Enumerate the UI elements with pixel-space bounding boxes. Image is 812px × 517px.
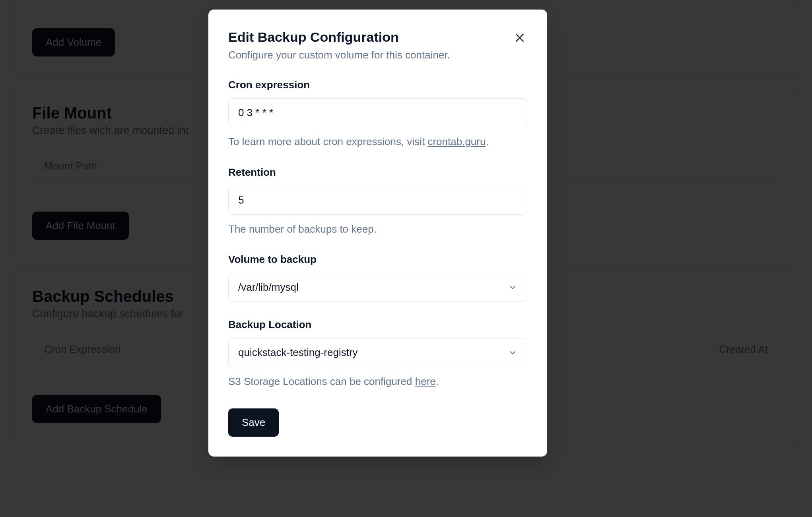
crontab-guru-link[interactable]: crontab.guru bbox=[427, 136, 486, 148]
close-icon[interactable] bbox=[514, 32, 526, 44]
retention-field-group: Retention The number of backups to keep. bbox=[228, 166, 527, 237]
location-label: Backup Location bbox=[228, 319, 527, 331]
retention-label: Retention bbox=[228, 166, 527, 179]
location-help: S3 Storage Locations can be configured h… bbox=[228, 374, 527, 389]
location-help-suffix: . bbox=[436, 375, 439, 387]
cron-help: To learn more about cron expressions, vi… bbox=[228, 134, 527, 150]
s3-config-link[interactable]: here bbox=[415, 375, 436, 387]
volume-select-value: /var/lib/mysql bbox=[238, 281, 299, 293]
location-select[interactable]: quickstack-testing-registry bbox=[228, 338, 527, 367]
volume-label: Volume to backup bbox=[228, 253, 527, 266]
save-button[interactable]: Save bbox=[228, 408, 279, 437]
chevron-down-icon bbox=[508, 348, 517, 358]
volume-field-group: Volume to backup /var/lib/mysql bbox=[228, 253, 527, 302]
cron-input[interactable] bbox=[228, 98, 527, 127]
location-help-prefix: S3 Storage Locations can be configured bbox=[228, 375, 415, 387]
volume-select[interactable]: /var/lib/mysql bbox=[228, 273, 527, 302]
chevron-down-icon bbox=[508, 283, 517, 292]
cron-label: Cron expression bbox=[228, 79, 527, 91]
edit-backup-modal: Edit Backup Configuration Configure your… bbox=[208, 10, 547, 457]
cron-help-suffix: . bbox=[486, 136, 488, 148]
cron-help-prefix: To learn more about cron expressions, vi… bbox=[228, 136, 427, 148]
retention-help: The number of backups to keep. bbox=[228, 222, 527, 237]
modal-description: Configure your custom volume for this co… bbox=[228, 49, 527, 61]
cron-field-group: Cron expression To learn more about cron… bbox=[228, 79, 527, 150]
location-select-value: quickstack-testing-registry bbox=[238, 346, 358, 359]
modal-title: Edit Backup Configuration bbox=[228, 29, 527, 45]
retention-input[interactable] bbox=[228, 186, 527, 215]
location-field-group: Backup Location quickstack-testing-regis… bbox=[228, 319, 527, 389]
